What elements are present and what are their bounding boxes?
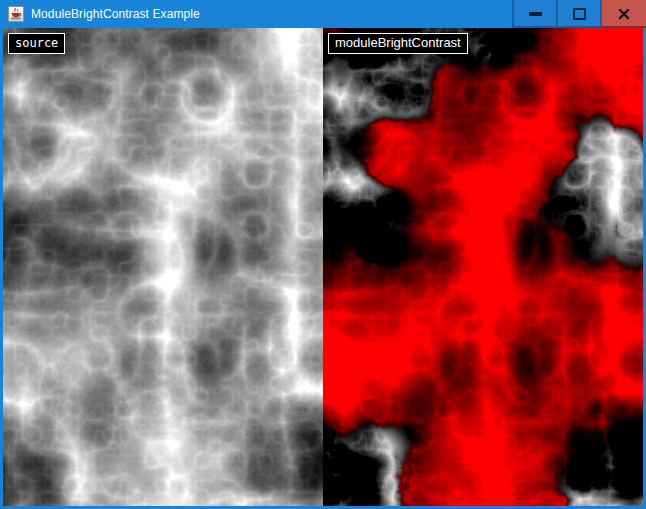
window-controls <box>512 0 646 28</box>
window-title: ModuleBrightContrast Example <box>31 7 200 21</box>
module-output-label: moduleBrightContrast <box>328 33 468 54</box>
minimize-button[interactable] <box>512 0 556 28</box>
titlebar[interactable]: ModuleBrightContrast Example <box>0 0 646 28</box>
app-window: ModuleBrightContrast Example source modu… <box>0 0 646 509</box>
panel-module-output: moduleBrightContrast <box>323 28 643 506</box>
java-coffee-cup-icon <box>8 6 24 22</box>
close-button[interactable] <box>600 0 646 28</box>
source-label: source <box>8 33 65 54</box>
source-noise-image <box>3 28 323 506</box>
maximize-icon <box>573 8 586 20</box>
minimize-icon <box>529 12 542 16</box>
content-area: source moduleBrightContrast <box>0 28 646 509</box>
maximize-button[interactable] <box>556 0 600 28</box>
module-brightcontrast-image <box>323 28 643 506</box>
close-icon <box>618 8 630 20</box>
panel-source: source <box>3 28 323 506</box>
